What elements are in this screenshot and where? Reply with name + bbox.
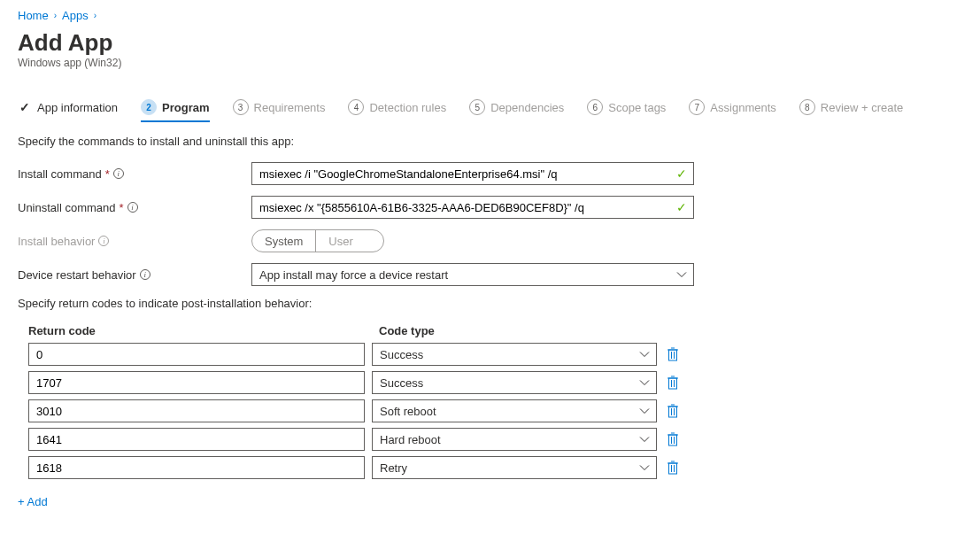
return-code-input[interactable] (28, 371, 365, 394)
return-code-row: Success (18, 371, 962, 394)
wizard-step-assignments[interactable]: 7Assignments (689, 99, 776, 122)
add-return-code-link[interactable]: + Add (18, 495, 48, 508)
required-mark: * (105, 167, 110, 181)
info-icon[interactable]: i (140, 269, 150, 280)
step-number: 6 (587, 99, 603, 115)
wizard-step-scope-tags[interactable]: 6Scope tags (587, 99, 666, 122)
wizard-step-requirements[interactable]: 3Requirements (233, 99, 326, 122)
required-mark: * (120, 201, 124, 214)
info-icon[interactable]: i (98, 236, 109, 246)
col-header-code-type: Code type (379, 324, 664, 337)
info-icon[interactable]: i (113, 168, 124, 179)
step-number: 5 (469, 99, 485, 115)
wizard-steps: ✓App information2Program3Requirements4De… (18, 92, 962, 126)
return-code-input[interactable] (28, 428, 365, 451)
svg-rect-7 (669, 378, 677, 389)
install-behavior-option-system[interactable]: System (252, 230, 316, 252)
uninstall-command-label: Uninstall command * i (18, 201, 251, 214)
delete-row-button[interactable] (664, 402, 682, 420)
check-icon: ✓ (676, 200, 687, 214)
delete-row-button[interactable] (664, 345, 682, 363)
step-number: 4 (348, 99, 364, 115)
chevron-right-icon: › (94, 11, 96, 20)
step-number: 7 (689, 99, 705, 115)
return-codes-description: Specify return codes to indicate post-in… (18, 297, 962, 310)
step-label: Scope tags (608, 101, 666, 114)
return-codes-table: Return code Code type SuccessSuccessSoft… (18, 324, 962, 479)
svg-rect-12 (669, 407, 677, 417)
svg-rect-22 (669, 463, 677, 474)
step-number: 3 (233, 99, 249, 115)
step-label: Review + create (821, 101, 904, 114)
step-label: Dependencies (490, 101, 564, 114)
wizard-step-program[interactable]: 2Program (141, 99, 209, 122)
svg-rect-2 (669, 350, 677, 360)
install-behavior-toggle[interactable]: System User (251, 229, 384, 252)
step-label: Program (162, 101, 209, 114)
code-type-select[interactable]: Soft reboot (372, 399, 657, 422)
return-code-row: Retry (18, 456, 962, 479)
chevron-right-icon: › (54, 11, 57, 20)
code-type-select[interactable]: Success (372, 371, 657, 394)
install-behavior-label: Install behavior i (18, 235, 251, 248)
step-number: 8 (799, 99, 815, 115)
delete-row-button[interactable] (664, 374, 682, 391)
return-code-row: Hard reboot (18, 428, 962, 451)
code-type-select[interactable]: Hard reboot (372, 428, 657, 451)
breadcrumb: Home › Apps › (18, 0, 962, 27)
info-icon[interactable]: i (127, 202, 138, 213)
wizard-step-review-create[interactable]: 8Review + create (799, 99, 904, 122)
return-code-input[interactable] (28, 343, 365, 366)
col-header-return-code: Return code (28, 324, 379, 337)
return-code-row: Soft reboot (18, 399, 962, 422)
delete-row-button[interactable] (664, 459, 682, 476)
page-title: Add App (18, 29, 962, 57)
wizard-step-dependencies[interactable]: 5Dependencies (469, 99, 564, 122)
restart-behavior-label: Device restart behavior i (18, 268, 251, 282)
return-code-input[interactable] (28, 399, 365, 422)
svg-rect-17 (669, 435, 677, 445)
breadcrumb-home[interactable]: Home (18, 9, 49, 22)
code-type-select[interactable]: Success (372, 343, 657, 366)
check-icon: ✓ (676, 167, 687, 181)
install-command-label: Install command * i (18, 167, 251, 181)
step-label: Requirements (254, 101, 326, 114)
return-code-row: Success (18, 343, 962, 366)
step-label: Assignments (710, 101, 776, 114)
wizard-step-detection-rules[interactable]: 4Detection rules (348, 99, 446, 122)
uninstall-command-input[interactable] (251, 196, 694, 219)
page-subtitle: Windows app (Win32) (18, 57, 962, 69)
delete-row-button[interactable] (664, 430, 682, 448)
check-icon: ✓ (18, 100, 32, 114)
commands-description: Specify the commands to install and unin… (18, 135, 962, 148)
breadcrumb-apps[interactable]: Apps (62, 9, 89, 22)
step-label: Detection rules (369, 101, 446, 114)
wizard-step-app-information[interactable]: ✓App information (18, 100, 118, 121)
install-behavior-option-user[interactable]: User (316, 230, 365, 252)
restart-behavior-select[interactable]: App install may force a device restart (251, 263, 694, 286)
return-code-input[interactable] (28, 456, 365, 479)
install-command-input[interactable] (251, 162, 694, 185)
code-type-select[interactable]: Retry (372, 456, 657, 479)
step-label: App information (37, 101, 118, 114)
step-number: 2 (141, 99, 157, 115)
